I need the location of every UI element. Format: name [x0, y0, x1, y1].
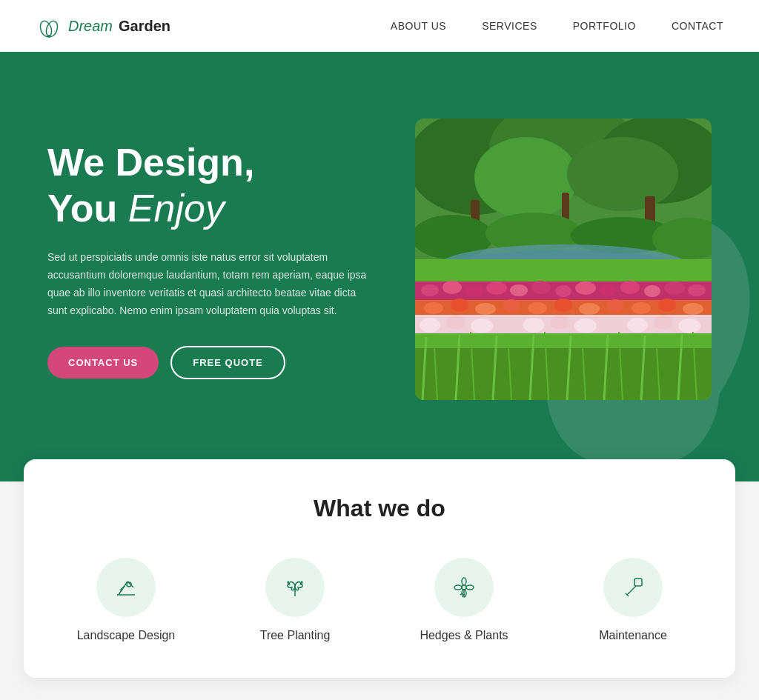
shovel-icon [620, 574, 646, 601]
logo-dream: Dream [68, 18, 113, 35]
svg-point-28 [555, 285, 571, 297]
svg-point-56 [627, 318, 648, 333]
svg-point-27 [531, 281, 551, 294]
svg-point-84 [466, 585, 474, 590]
service-item-maintenance: Maintenance [554, 558, 712, 642]
hero-title-line2: You [47, 187, 128, 230]
svg-point-55 [603, 316, 620, 330]
nav-item-services[interactable]: SERVICES [482, 19, 537, 33]
nav-link-contact[interactable]: CONTACT [672, 20, 723, 32]
svg-point-57 [654, 315, 673, 330]
svg-point-29 [575, 281, 596, 295]
hero-title-line1: We Design, [47, 141, 254, 184]
svg-point-51 [499, 316, 517, 330]
svg-point-58 [678, 319, 700, 333]
svg-point-52 [523, 318, 544, 333]
svg-point-37 [451, 299, 468, 312]
services-wrapper: What we do Landscape Design [0, 481, 759, 700]
svg-point-39 [503, 299, 520, 313]
landscape-icon-wrap [96, 558, 156, 617]
svg-point-44 [632, 302, 651, 314]
service-item-tree: Tree Planting [216, 558, 374, 642]
svg-point-22 [421, 284, 439, 296]
svg-point-30 [599, 284, 617, 296]
svg-point-43 [607, 299, 623, 313]
svg-point-23 [443, 281, 462, 294]
hero-image [415, 119, 712, 400]
svg-point-38 [475, 303, 496, 315]
svg-rect-60 [415, 348, 712, 400]
nav-link-portfolio[interactable]: PORTFOLIO [573, 20, 636, 32]
hero-buttons: CONTACT US FREE QUOTE [47, 346, 374, 379]
svg-point-48 [420, 318, 440, 333]
nav-link-services[interactable]: SERVICES [482, 20, 537, 32]
hero-description: Sed ut perspiciatis unde omnis iste natu… [47, 249, 374, 319]
nav-link-about[interactable]: ABOUT US [391, 20, 446, 32]
nav-item-portfolio[interactable]: PORTFOLIO [573, 19, 636, 33]
services-title: What we do [47, 495, 712, 522]
svg-point-31 [620, 281, 640, 294]
svg-point-33 [664, 281, 685, 295]
svg-line-87 [627, 586, 636, 595]
maintenance-label: Maintenance [599, 629, 667, 642]
tree-icon [282, 574, 308, 601]
svg-point-36 [424, 302, 443, 314]
garden-svg [415, 119, 712, 400]
svg-point-81 [462, 578, 466, 585]
svg-point-34 [688, 284, 706, 296]
svg-point-32 [644, 285, 660, 297]
svg-point-25 [486, 281, 507, 295]
svg-point-54 [574, 319, 597, 333]
svg-point-40 [528, 302, 547, 314]
svg-point-24 [466, 285, 483, 297]
tree-label: Tree Planting [260, 629, 331, 642]
nav-item-contact[interactable]: CONTACT [672, 19, 723, 33]
logo[interactable]: Dream Garden [36, 13, 170, 39]
tree-icon-wrap [265, 558, 325, 617]
landscape-label: Landscape Design [77, 629, 176, 642]
hero-title: We Design, You Enjoy [47, 139, 374, 232]
hero-title-italic: Enjoy [128, 187, 225, 230]
service-item-landscape: Landscape Design [47, 558, 205, 642]
svg-point-41 [554, 299, 572, 312]
shovel-icon-wrap [603, 558, 663, 617]
svg-rect-86 [634, 579, 642, 586]
services-grid: Landscape Design Tree Planting [47, 558, 712, 642]
svg-point-42 [579, 303, 600, 315]
hedges-label: Hedges & Plants [420, 629, 508, 642]
flower-icon-wrap [434, 558, 494, 617]
svg-point-46 [683, 303, 703, 315]
service-item-hedges: Hedges & Plants [385, 558, 543, 642]
design-icon [113, 574, 139, 601]
svg-point-26 [510, 284, 528, 296]
svg-point-50 [471, 319, 493, 333]
nav-links: ABOUT US SERVICES PORTFOLIO CONTACT [391, 19, 723, 33]
logo-icon [36, 13, 62, 39]
navbar: Dream Garden ABOUT US SERVICES PORTFOLIO… [0, 0, 759, 52]
svg-point-45 [658, 299, 676, 312]
svg-point-49 [446, 315, 465, 330]
hero-content: We Design, You Enjoy Sed ut perspiciatis… [47, 139, 374, 380]
svg-point-53 [550, 315, 569, 330]
services-section: What we do Landscape Design [24, 459, 735, 678]
hero-section: We Design, You Enjoy Sed ut perspiciatis… [0, 52, 759, 481]
contact-us-button[interactable]: CONTACT US [47, 347, 159, 379]
svg-point-83 [454, 585, 462, 590]
free-quote-button[interactable]: FREE QUOTE [170, 346, 285, 379]
flower-icon [451, 574, 477, 601]
logo-garden: Garden [119, 18, 170, 35]
svg-point-10 [567, 137, 678, 211]
nav-item-about[interactable]: ABOUT US [391, 19, 446, 33]
svg-point-80 [462, 585, 466, 590]
